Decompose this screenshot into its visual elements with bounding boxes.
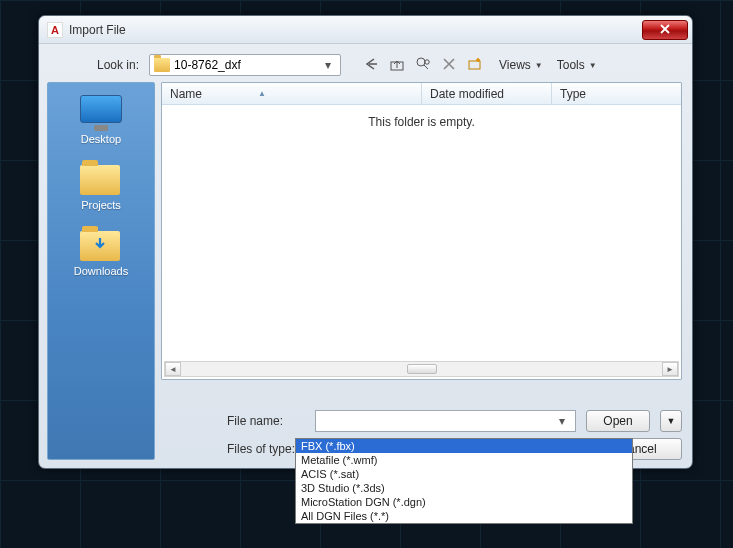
column-date-modified[interactable]: Date modified — [422, 83, 552, 104]
file-name-label: File name: — [227, 414, 305, 428]
back-button[interactable] — [361, 55, 381, 75]
back-arrow-icon — [363, 56, 379, 75]
look-in-value: 10-8762_dxf — [174, 58, 316, 72]
file-list[interactable]: Name ▲ Date modified Type This folder is… — [161, 82, 682, 380]
open-button[interactable]: Open — [586, 410, 650, 432]
chevron-down-icon: ▼ — [589, 61, 597, 70]
downloads-folder-icon — [80, 227, 122, 263]
horizontal-scrollbar[interactable]: ◄ ► — [164, 361, 679, 377]
sidebar-item-label: Desktop — [81, 133, 121, 145]
tools-menu[interactable]: Tools ▼ — [557, 58, 597, 72]
column-label: Type — [560, 87, 586, 101]
chevron-down-icon: ▼ — [535, 61, 543, 70]
up-one-level-button[interactable] — [387, 55, 407, 75]
folder-icon — [80, 161, 122, 197]
files-of-type-label: Files of type: — [227, 442, 305, 456]
file-name-row: File name: ▾ Open ▼ — [161, 410, 682, 432]
views-menu[interactable]: Views ▼ — [499, 58, 543, 72]
scroll-thumb[interactable] — [407, 364, 437, 374]
filetype-option[interactable]: All DGN Files (*.*) — [296, 509, 632, 523]
download-arrow-icon — [93, 237, 107, 251]
close-icon — [660, 23, 670, 37]
sidebar-item-desktop[interactable]: Desktop — [48, 91, 154, 149]
look-in-label: Look in: — [97, 58, 139, 72]
open-label: Open — [603, 414, 632, 428]
look-in-select[interactable]: 10-8762_dxf ▾ — [149, 54, 341, 76]
views-label: Views — [499, 58, 531, 72]
delete-x-icon — [441, 56, 457, 75]
window-title: Import File — [69, 23, 642, 37]
filetype-option[interactable]: FBX (*.fbx) — [296, 439, 632, 453]
svg-rect-3 — [469, 61, 480, 69]
column-label: Name — [170, 87, 202, 101]
column-name[interactable]: Name ▲ — [162, 83, 422, 104]
chevron-down-icon: ▼ — [667, 416, 676, 426]
close-button[interactable] — [642, 20, 688, 40]
toolbar-icons — [361, 55, 485, 75]
titlebar[interactable]: A Import File — [39, 16, 692, 44]
places-sidebar: Desktop Projects Downloads — [47, 82, 155, 460]
svg-point-1 — [417, 58, 425, 66]
up-folder-icon — [389, 56, 405, 75]
chevron-down-icon: ▾ — [320, 58, 336, 72]
new-folder-icon — [467, 56, 483, 75]
file-pane: Name ▲ Date modified Type This folder is… — [161, 82, 682, 460]
sort-asc-icon: ▲ — [258, 89, 266, 98]
file-name-input[interactable]: ▾ — [315, 410, 576, 432]
desktop-icon — [80, 95, 122, 131]
search-web-button[interactable] — [413, 55, 433, 75]
folder-icon — [154, 58, 170, 72]
sidebar-item-label: Downloads — [74, 265, 128, 277]
files-of-type-dropdown[interactable]: FBX (*.fbx) Metafile (*.wmf) ACIS (*.sat… — [295, 438, 633, 524]
globe-magnify-icon — [415, 56, 431, 75]
column-type[interactable]: Type — [552, 83, 681, 104]
filetype-option[interactable]: Metafile (*.wmf) — [296, 453, 632, 467]
dialog-body: Look in: 10-8762_dxf ▾ — [39, 44, 692, 468]
app-icon: A — [47, 22, 63, 38]
chevron-down-icon[interactable]: ▾ — [553, 414, 571, 428]
scroll-left-button[interactable]: ◄ — [165, 362, 181, 376]
empty-folder-message: This folder is empty. — [162, 105, 681, 139]
open-dropdown-button[interactable]: ▼ — [660, 410, 682, 432]
top-row: Look in: 10-8762_dxf ▾ — [47, 54, 682, 76]
filetype-option[interactable]: 3D Studio (*.3ds) — [296, 481, 632, 495]
sidebar-item-label: Projects — [81, 199, 121, 211]
delete-button[interactable] — [439, 55, 459, 75]
mid-area: Desktop Projects Downloads — [47, 82, 682, 460]
column-headers: Name ▲ Date modified Type — [162, 83, 681, 105]
sidebar-item-downloads[interactable]: Downloads — [48, 223, 154, 281]
scroll-right-button[interactable]: ► — [662, 362, 678, 376]
sidebar-item-projects[interactable]: Projects — [48, 157, 154, 215]
scroll-track[interactable] — [181, 362, 662, 376]
filetype-option[interactable]: ACIS (*.sat) — [296, 467, 632, 481]
filetype-option[interactable]: MicroStation DGN (*.dgn) — [296, 495, 632, 509]
new-folder-button[interactable] — [465, 55, 485, 75]
tools-label: Tools — [557, 58, 585, 72]
column-label: Date modified — [430, 87, 504, 101]
import-file-dialog: A Import File Look in: 10-8762_dxf ▾ — [38, 15, 693, 469]
